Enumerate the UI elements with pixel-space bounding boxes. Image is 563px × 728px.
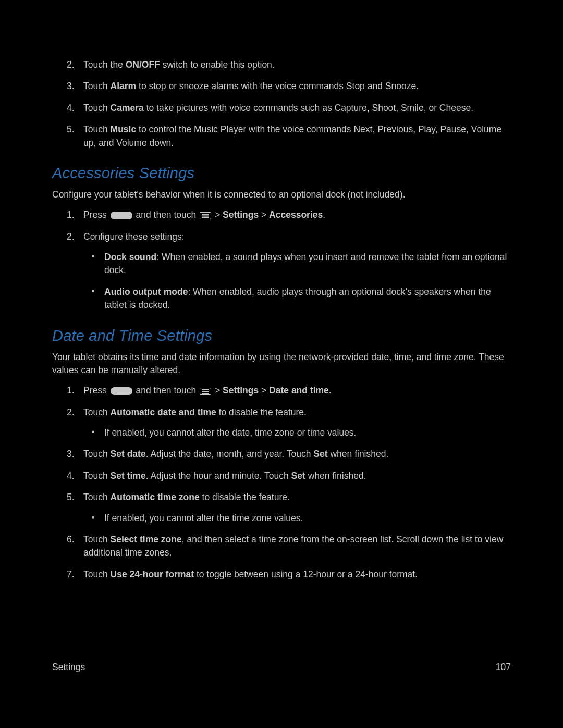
footer-page-number: 107 bbox=[496, 661, 511, 674]
text: . Adjust the date, month, and year. Touc… bbox=[146, 449, 314, 459]
list-item: If enabled, you cannot alter the date, t… bbox=[104, 426, 511, 439]
menu-icon bbox=[200, 388, 211, 395]
text: to toggle between using a 12-hour or a 2… bbox=[194, 569, 418, 579]
list-item: Touch Set date. Adjust the date, month, … bbox=[83, 448, 511, 461]
text: when finished. bbox=[328, 449, 389, 459]
home-button-icon bbox=[111, 387, 132, 395]
text: Press bbox=[83, 209, 109, 220]
list-item: If enabled, you cannot alter the time zo… bbox=[104, 512, 511, 525]
text: Touch bbox=[83, 103, 111, 113]
text: : When enabled, a sound plays when you i… bbox=[104, 252, 507, 275]
text: > bbox=[212, 209, 223, 220]
bold-text: Select time zone bbox=[111, 534, 182, 545]
bold-text: Set date bbox=[111, 449, 146, 459]
text: to disable the feature. bbox=[200, 492, 290, 502]
list-item: Touch Camera to take pictures with voice… bbox=[83, 102, 511, 115]
list-item: Touch Set time. Adjust the hour and minu… bbox=[83, 470, 511, 483]
bold-text: Set time bbox=[111, 471, 146, 481]
list-item: Touch Select time zone, and then select … bbox=[83, 533, 511, 560]
text: . bbox=[323, 209, 325, 220]
text: Configure these settings: bbox=[83, 231, 185, 242]
text: when finished. bbox=[305, 471, 366, 481]
text: > bbox=[259, 209, 269, 220]
list-item: Touch Use 24-hour format to toggle betwe… bbox=[83, 568, 511, 581]
bold-text: Camera bbox=[111, 103, 144, 113]
text: Touch bbox=[83, 81, 111, 91]
text: and then touch bbox=[133, 385, 199, 396]
bold-text: Music bbox=[111, 124, 137, 134]
datetime-sublist: If enabled, you cannot alter the time zo… bbox=[83, 512, 511, 525]
text: . bbox=[329, 385, 332, 396]
bold-text: Set bbox=[291, 471, 305, 481]
text: If enabled, you cannot alter the date, t… bbox=[104, 427, 356, 438]
bold-text: ON/OFF bbox=[126, 59, 160, 70]
bold-text: Audio output mode bbox=[104, 287, 188, 297]
list-item: Touch Automatic date and time to disable… bbox=[83, 406, 511, 440]
datetime-heading: Date and Time Settings bbox=[52, 325, 511, 347]
text: Touch the bbox=[83, 59, 126, 70]
text: Touch bbox=[83, 407, 111, 417]
list-item: Touch Music to control the Music Player … bbox=[83, 123, 511, 150]
bold-text: Settings bbox=[223, 209, 259, 220]
list-item: Touch Alarm to stop or snooze alarms wit… bbox=[83, 80, 511, 93]
bold-text: Date and time bbox=[269, 385, 329, 396]
menu-icon bbox=[200, 212, 211, 219]
footer-section: Settings bbox=[52, 661, 85, 674]
home-button-icon bbox=[111, 212, 132, 219]
bold-text: Settings bbox=[223, 385, 259, 396]
text: Touch bbox=[83, 471, 111, 481]
accessories-sublist: Dock sound: When enabled, a sound plays … bbox=[83, 251, 511, 312]
text: Touch bbox=[83, 492, 111, 502]
text: Touch bbox=[83, 534, 111, 545]
list-item: Dock sound: When enabled, a sound plays … bbox=[104, 251, 511, 277]
bold-text: Alarm bbox=[111, 81, 137, 91]
text: Touch bbox=[83, 124, 111, 134]
bold-text: Set bbox=[313, 449, 327, 459]
accessories-list: Press and then touch > Settings > Access… bbox=[52, 208, 511, 312]
accessories-intro: Configure your tablet's behavior when it… bbox=[52, 188, 511, 201]
bold-text: Automatic time zone bbox=[111, 492, 200, 502]
text: Touch bbox=[83, 569, 111, 579]
datetime-sublist: If enabled, you cannot alter the date, t… bbox=[83, 426, 511, 439]
datetime-list: Press and then touch > Settings > Date a… bbox=[52, 384, 511, 581]
text: to disable the feature. bbox=[216, 407, 307, 417]
text: and then touch bbox=[133, 209, 199, 220]
text: to stop or snooze alarms with the voice … bbox=[136, 81, 419, 91]
text: If enabled, you cannot alter the time zo… bbox=[104, 513, 303, 523]
list-item: Audio output mode: When enabled, audio p… bbox=[104, 286, 511, 312]
text: Touch bbox=[83, 449, 111, 459]
bold-text: Automatic date and time bbox=[111, 407, 216, 417]
text: > bbox=[212, 385, 223, 396]
list-item: Press and then touch > Settings > Date a… bbox=[83, 384, 511, 397]
text: to control the Music Player with the voi… bbox=[83, 124, 501, 147]
text: . Adjust the hour and minute. Touch bbox=[146, 471, 291, 481]
list-item: Configure these settings: Dock sound: Wh… bbox=[83, 230, 511, 312]
text: switch to enable this option. bbox=[160, 59, 275, 70]
text: Press bbox=[83, 385, 109, 396]
bold-text: Accessories bbox=[269, 209, 323, 220]
datetime-intro: Your tablet obtains its time and date in… bbox=[52, 351, 511, 377]
page-footer: Settings 107 bbox=[52, 661, 511, 674]
text: to take pictures with voice commands suc… bbox=[144, 103, 473, 113]
list-item: Touch Automatic time zone to disable the… bbox=[83, 491, 511, 525]
bold-text: Use 24-hour format bbox=[111, 569, 194, 579]
text: > bbox=[259, 385, 269, 396]
accessories-heading: Accessories Settings bbox=[52, 162, 511, 184]
list-item: Press and then touch > Settings > Access… bbox=[83, 208, 511, 221]
list-item: Touch the ON/OFF switch to enable this o… bbox=[83, 58, 511, 71]
bold-text: Dock sound bbox=[104, 252, 156, 262]
voice-commands-list: Touch the ON/OFF switch to enable this o… bbox=[52, 58, 511, 150]
